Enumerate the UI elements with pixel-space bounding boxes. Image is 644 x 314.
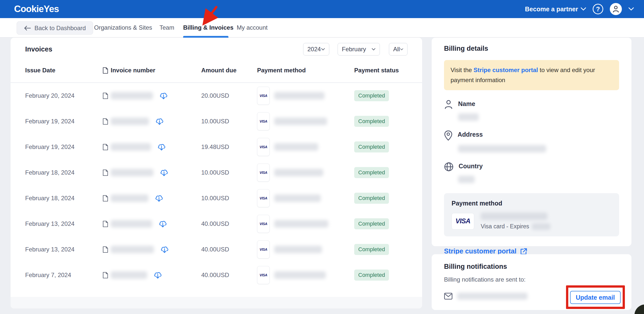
redacted-card-number — [274, 271, 326, 279]
file-icon — [103, 169, 108, 176]
tab-my-account[interactable]: My account — [237, 18, 268, 37]
file-icon — [103, 67, 108, 74]
user-icon — [613, 6, 619, 13]
back-to-dashboard-button[interactable]: Back to Dashboard — [17, 21, 93, 35]
amount-due: 10.00USD — [201, 169, 257, 176]
file-icon — [103, 272, 108, 279]
issue-date: February 13, 2024 — [25, 220, 103, 227]
month-filter-select[interactable]: February — [338, 43, 380, 56]
col-payment-method: Payment method — [257, 67, 354, 74]
amount-due: 40.00USD — [201, 272, 257, 279]
field-name: Name — [444, 100, 619, 109]
tab-billing-invoices[interactable]: Billing & Invoices — [183, 18, 233, 37]
redacted-notification-email — [457, 293, 528, 300]
redacted-expiry-date — [532, 223, 550, 230]
download-invoice-icon[interactable] — [158, 219, 167, 228]
invoice-row: February 18, 2024 10.00USD VISA Complete… — [11, 185, 422, 211]
tab-organizations-sites[interactable]: Organizations & Sites — [94, 18, 152, 37]
amount-due: 10.00USD — [201, 195, 257, 202]
card-expires-label: Visa card - Expires — [481, 223, 529, 230]
redacted-invoice-number — [111, 246, 154, 253]
amount-due: 40.00USD — [201, 246, 257, 253]
visa-card-icon: VISA — [257, 164, 270, 182]
download-invoice-icon[interactable] — [154, 194, 164, 203]
chevron-down-icon — [400, 48, 403, 51]
visa-card-icon: VISA — [257, 138, 270, 156]
status-badge: Completed — [354, 270, 389, 281]
payment-method-title: Payment method — [452, 200, 612, 207]
status-badge: Completed — [354, 193, 389, 204]
download-invoice-icon[interactable] — [155, 117, 164, 126]
account-chevron-down-icon[interactable] — [628, 7, 634, 11]
chevron-down-icon — [372, 48, 376, 51]
issue-date: February 19, 2024 — [25, 143, 103, 150]
invoice-row: February 13, 2024 40.00USD VISA Complete… — [11, 237, 422, 262]
file-icon — [103, 144, 108, 150]
invoice-row: February 20, 2024 20.00USD VISA Complete… — [11, 83, 422, 109]
file-icon — [103, 118, 108, 125]
redacted-card-number — [274, 92, 325, 99]
invoices-title: Invoices — [25, 45, 52, 53]
amount-due: 19.48USD — [201, 143, 257, 150]
navbar-right: Become a partner ? — [525, 0, 634, 18]
visa-card-icon: VISA — [257, 87, 270, 105]
field-address: Address — [444, 130, 619, 141]
status-badge: Completed — [354, 90, 389, 101]
stripe-portal-inline-link[interactable]: Stripe customer portal — [474, 67, 538, 73]
redacted-card-number — [274, 220, 328, 228]
help-icon[interactable]: ? — [593, 4, 603, 14]
external-link-icon — [520, 248, 528, 255]
issue-date: February 19, 2024 — [25, 118, 103, 125]
file-icon — [103, 221, 108, 227]
update-email-button[interactable]: Update email — [570, 291, 621, 304]
issue-date: February 13, 2024 — [25, 246, 103, 253]
redacted-card-number — [274, 118, 327, 125]
table-header: Issue Date Invoice number Amount due Pay… — [11, 58, 422, 83]
download-invoice-icon[interactable] — [159, 91, 168, 100]
mail-icon — [444, 293, 453, 300]
issue-date: February 18, 2024 — [25, 169, 103, 176]
issue-date: February 7, 2024 — [25, 272, 103, 279]
issue-date: February 20, 2024 — [25, 92, 103, 99]
become-partner-menu[interactable]: Become a partner — [525, 6, 586, 13]
invoice-row: February 19, 2024 10.00USD VISA Complete… — [11, 109, 422, 134]
cookieyes-logo[interactable]: CookieYes — [14, 4, 59, 14]
billing-notifications-title: Billing notifications — [444, 263, 619, 271]
avatar[interactable] — [610, 3, 622, 15]
status-badge: Completed — [354, 167, 389, 178]
invoice-row: February 13, 2024 40.00USD VISA Complete… — [11, 211, 422, 237]
download-invoice-icon[interactable] — [153, 271, 162, 280]
redacted-invoice-number — [111, 169, 153, 176]
redacted-invoice-number — [111, 194, 148, 202]
file-icon — [103, 195, 108, 202]
redacted-invoice-number — [111, 271, 147, 279]
billing-details-title: Billing details — [444, 45, 619, 53]
col-issue-date: Issue Date — [25, 67, 103, 74]
status-filter-select[interactable]: All — [389, 43, 408, 56]
stripe-portal-notice: Visit the Stripe customer portal to view… — [444, 60, 619, 90]
redacted-country-value — [458, 176, 475, 183]
tab-team[interactable]: Team — [159, 18, 174, 37]
redacted-name-value — [458, 113, 479, 121]
amount-due: 20.00USD — [201, 92, 257, 99]
redacted-invoice-number — [111, 143, 151, 151]
status-badge: Completed — [354, 244, 389, 255]
tab-bar: Back to Dashboard Organizations & Sites … — [0, 18, 644, 38]
billing-notifications-subtitle: Billing notifications are sent to: — [444, 276, 619, 283]
status-badge: Completed — [354, 116, 389, 127]
arrow-left-icon — [24, 26, 31, 31]
chat-widget-bubble[interactable] — [634, 304, 644, 314]
billing-notifications-card: Billing notifications Billing notificati… — [432, 254, 631, 310]
chevron-down-icon — [321, 48, 325, 51]
download-invoice-icon[interactable] — [160, 245, 169, 254]
invoice-row: February 18, 2024 10.00USD VISA Complete… — [11, 160, 422, 185]
invoice-row: February 7, 2024 40.00USD VISA Completed — [11, 262, 422, 288]
visa-card-icon: VISA — [257, 189, 270, 207]
redacted-card-number — [481, 213, 547, 220]
download-invoice-icon[interactable] — [157, 142, 166, 151]
redacted-card-number — [274, 169, 323, 176]
download-invoice-icon[interactable] — [159, 168, 169, 177]
year-filter-select[interactable]: 2024 — [303, 43, 329, 56]
col-amount-due: Amount due — [201, 67, 257, 74]
visa-card-icon: VISA — [257, 266, 270, 284]
